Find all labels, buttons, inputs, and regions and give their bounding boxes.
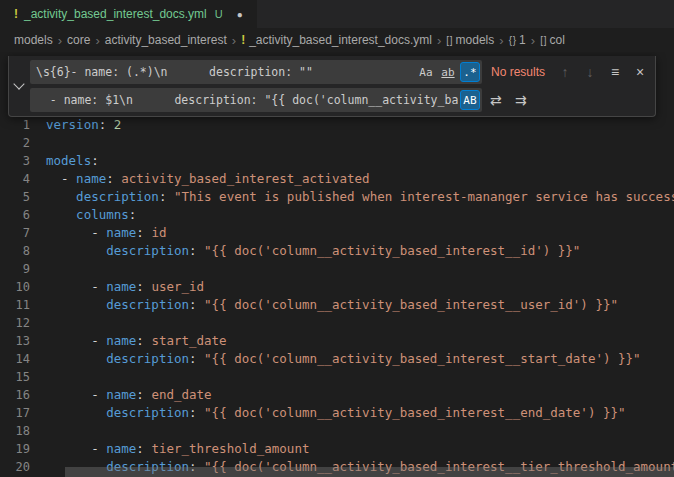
line-number[interactable]: 12: [0, 314, 30, 332]
line-number[interactable]: 13: [0, 332, 30, 350]
code-token[interactable]: :: [159, 189, 174, 204]
code-token[interactable]: -: [46, 171, 76, 186]
code-line-content[interactable]: [30, 368, 46, 386]
code-token[interactable]: id: [151, 225, 166, 240]
line-number[interactable]: 20: [0, 458, 30, 476]
code-token[interactable]: -: [46, 225, 106, 240]
tab-active-file[interactable]: ! _activity_based_interest_docs.yml U ●: [0, 0, 258, 28]
code-token[interactable]: description: [106, 243, 189, 258]
code-token[interactable]: [46, 207, 76, 222]
code-token[interactable]: :: [189, 351, 204, 366]
code-token[interactable]: models: [46, 153, 91, 168]
code-token[interactable]: "This event is published when interest-m…: [174, 189, 674, 204]
code-line[interactable]: 13 - name: start_date: [0, 332, 674, 350]
code-line[interactable]: 10 - name: user_id: [0, 278, 674, 296]
code-token[interactable]: :: [136, 279, 151, 294]
code-token[interactable]: -: [46, 279, 106, 294]
line-number[interactable]: 3: [0, 152, 30, 170]
code-line-content[interactable]: - name: activity_based_interest_activate…: [30, 170, 370, 188]
code-line[interactable]: 7 - name: id: [0, 224, 674, 242]
code-token[interactable]: columns: [76, 207, 129, 222]
line-number[interactable]: 19: [0, 440, 30, 458]
code-line[interactable]: 12: [0, 314, 674, 332]
breadcrumb-item[interactable]: !_activity_based_interest_docs.yml: [241, 33, 432, 47]
editor[interactable]: \s{6}- name: (.*)\n description: "" Aa a…: [0, 52, 674, 477]
code-line-content[interactable]: description: "This event is published wh…: [30, 188, 674, 206]
code-line[interactable]: 8 description: "{{ doc('column__activity…: [0, 242, 674, 260]
close-find-widget-button[interactable]: ×: [629, 61, 651, 83]
code-line-content[interactable]: description: "{{ doc('column__activity_b…: [30, 404, 626, 422]
line-number[interactable]: 2: [0, 134, 30, 152]
code-token[interactable]: version: [46, 117, 99, 132]
line-number[interactable]: 15: [0, 368, 30, 386]
code-token[interactable]: :: [99, 117, 114, 132]
code-token[interactable]: :: [136, 387, 151, 402]
code-line-content[interactable]: models:: [30, 152, 99, 170]
code-line-content[interactable]: - name: tier_threshold_amount: [30, 440, 309, 458]
code-token[interactable]: [46, 351, 106, 366]
code-line[interactable]: 18: [0, 422, 674, 440]
code-line-content[interactable]: - name: id: [30, 224, 166, 242]
breadcrumb-item[interactable]: [ ]models: [446, 33, 494, 47]
previous-match-button[interactable]: ↑: [554, 61, 576, 83]
code-token[interactable]: "{{ doc('column__activity_based_interest…: [204, 297, 618, 312]
code-token[interactable]: "{{ doc('column__activity_based_interest…: [204, 405, 625, 420]
line-number[interactable]: 6: [0, 206, 30, 224]
code-token[interactable]: name: [106, 441, 136, 456]
code-token[interactable]: -: [46, 333, 106, 348]
code-token[interactable]: 2: [114, 117, 122, 132]
code-token[interactable]: :: [189, 297, 204, 312]
whole-word-toggle[interactable]: ab: [438, 62, 458, 82]
code-line-content[interactable]: version: 2: [30, 116, 121, 134]
code-line[interactable]: 9: [0, 260, 674, 278]
code-token[interactable]: :: [129, 207, 137, 222]
line-number[interactable]: 14: [0, 350, 30, 368]
code-line-content[interactable]: [30, 422, 46, 440]
code-line[interactable]: 19 - name: tier_threshold_amount: [0, 440, 674, 458]
horizontal-scrollbar[interactable]: [65, 467, 674, 477]
code-token[interactable]: :: [106, 171, 121, 186]
line-number[interactable]: 10: [0, 278, 30, 296]
code-token[interactable]: name: [106, 333, 136, 348]
code-line-content[interactable]: [30, 260, 46, 278]
find-in-selection-button[interactable]: ≡: [604, 61, 626, 83]
code-line[interactable]: 17 description: "{{ doc('column__activit…: [0, 404, 674, 422]
line-number[interactable]: 1: [0, 116, 30, 134]
line-number[interactable]: 17: [0, 404, 30, 422]
code-line[interactable]: 6 columns:: [0, 206, 674, 224]
code-line-content[interactable]: description: "{{ doc('column__activity_b…: [30, 296, 618, 314]
code-token[interactable]: :: [189, 405, 204, 420]
code-line[interactable]: 16 - name: end_date: [0, 386, 674, 404]
line-number[interactable]: 5: [0, 188, 30, 206]
code-line-content[interactable]: columns:: [30, 206, 136, 224]
regex-toggle[interactable]: .*: [460, 62, 480, 82]
line-number[interactable]: 7: [0, 224, 30, 242]
match-case-toggle[interactable]: Aa: [416, 62, 436, 82]
code-line-content[interactable]: [30, 134, 46, 152]
code-token[interactable]: name: [106, 279, 136, 294]
code-line-content[interactable]: - name: user_id: [30, 278, 204, 296]
code-token[interactable]: name: [106, 225, 136, 240]
code-token[interactable]: description: [106, 297, 189, 312]
code-token[interactable]: start_date: [151, 333, 226, 348]
code-line[interactable]: 14 description: "{{ doc('column__activit…: [0, 350, 674, 368]
code-token[interactable]: name: [76, 171, 106, 186]
line-number[interactable]: 8: [0, 242, 30, 260]
code-token[interactable]: tier_threshold_amount: [151, 441, 309, 456]
breadcrumb-item[interactable]: activity_based_interest: [105, 33, 227, 47]
next-match-button[interactable]: ↓: [579, 61, 601, 83]
code-token[interactable]: [46, 405, 106, 420]
breadcrumb-item[interactable]: { }1: [509, 33, 526, 47]
code-token[interactable]: :: [136, 441, 151, 456]
line-number[interactable]: 11: [0, 296, 30, 314]
code-token[interactable]: "{{ doc('column__activity_based_interest…: [204, 351, 641, 366]
code-line[interactable]: 2: [0, 134, 674, 152]
line-number[interactable]: 9: [0, 260, 30, 278]
code-token[interactable]: [46, 243, 106, 258]
unsaved-changes-dot[interactable]: ●: [237, 9, 243, 20]
code-token[interactable]: "{{ doc('column__activity_based_interest…: [204, 243, 580, 258]
code-token[interactable]: [46, 297, 106, 312]
code-token[interactable]: description: [106, 405, 189, 420]
code-line[interactable]: 5 description: "This event is published …: [0, 188, 674, 206]
replace-button[interactable]: ⇄: [485, 89, 507, 111]
